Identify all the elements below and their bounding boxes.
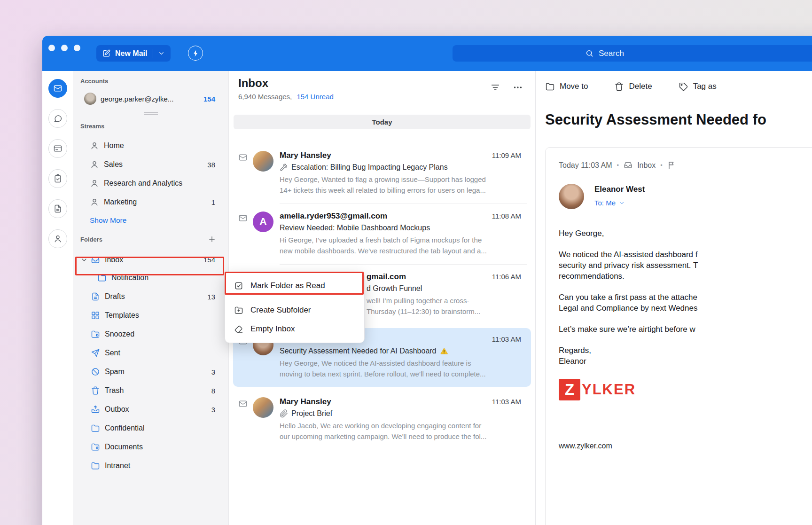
menu-item-empty-inbox[interactable]: Empty Inbox — [225, 320, 364, 338]
search-bar[interactable]: Search — [453, 45, 812, 62]
inbox-icon — [91, 255, 100, 265]
drafts-icon — [91, 292, 100, 301]
rail-mail-button[interactable] — [48, 79, 67, 98]
unread-envelope-icon[interactable] — [238, 399, 248, 408]
quick-actions-button[interactable] — [188, 46, 203, 61]
spam-icon — [91, 367, 100, 376]
folder-label: Documents — [105, 443, 215, 451]
more-options-icon[interactable] — [513, 82, 523, 93]
rail-chat-button[interactable] — [48, 109, 67, 128]
show-more-link[interactable]: Show More — [73, 212, 228, 229]
notes-icon — [53, 204, 62, 213]
zoom-window-button[interactable] — [74, 45, 80, 51]
folder-item-trash[interactable]: Trash 8 — [73, 381, 228, 400]
folder-item-sent[interactable]: Sent — [73, 344, 228, 362]
flag-icon[interactable] — [667, 161, 676, 170]
website-link[interactable]: www.zylker.com — [559, 442, 812, 450]
account-avatar — [84, 93, 96, 105]
minimize-window-button[interactable] — [61, 45, 68, 51]
streams-icon — [53, 144, 62, 153]
folder-label: Templates — [105, 311, 215, 320]
button-divider — [153, 49, 153, 58]
menu-item-label: Mark Folder as Read — [250, 281, 325, 290]
new-mail-button[interactable]: New Mail — [96, 45, 171, 62]
folder-icon — [545, 82, 555, 92]
folder-icon — [97, 273, 107, 282]
message-content: Mary Hansley 11:09 AM Escalation: Billin… — [280, 151, 521, 196]
streams-section-label: Streams — [80, 123, 228, 130]
list-tools — [490, 82, 523, 93]
message-time: 11:09 AM — [492, 151, 521, 159]
sidebar-drag-handle[interactable] — [144, 112, 158, 115]
unread-envelope-icon[interactable] — [238, 213, 248, 223]
message-row[interactable]: Mary Hansley 11:09 AM Escalation: Billin… — [229, 143, 535, 204]
rail-tasks-button[interactable] — [48, 169, 67, 188]
folder-label: Trash — [105, 386, 211, 395]
message-preview: Hi George, I’ve uploaded a fresh batch o… — [280, 235, 521, 256]
menu-item-create-subfolder[interactable]: Create Subfolder — [225, 301, 364, 320]
delete-button[interactable]: Delete — [614, 82, 652, 92]
templates-icon — [91, 311, 100, 320]
email-card: Today 11:03 AM • Inbox • Eleanor West To… — [545, 147, 812, 525]
stream-item-sales[interactable]: Sales 38 — [73, 155, 228, 174]
rail-notes-button[interactable] — [48, 199, 67, 218]
rail-streams-button[interactable] — [48, 139, 67, 158]
message-subject: Project Brief — [280, 409, 521, 418]
mail-icon — [53, 84, 62, 93]
folders-section-label: Folders — [80, 236, 208, 243]
tag-as-label: Tag as — [693, 82, 717, 91]
tasks-icon — [53, 174, 62, 183]
folder-item-documents[interactable]: Documents — [73, 438, 228, 456]
stream-count: 38 — [207, 161, 215, 169]
chat-icon — [53, 114, 62, 123]
filter-icon[interactable] — [490, 82, 500, 93]
folder-item-snoozed[interactable]: Snoozed — [73, 325, 228, 344]
folder-label: Drafts — [105, 292, 207, 301]
stream-item-research-and-analytics[interactable]: Research and Analytics — [73, 174, 228, 193]
stream-count: 1 — [211, 198, 215, 206]
chevron-down-icon[interactable] — [158, 50, 165, 57]
folder-item-confidential[interactable]: Confidential — [73, 419, 228, 438]
account-row[interactable]: george.parker@zylke... 154 — [73, 90, 228, 107]
unread-count[interactable]: 154 Unread — [297, 93, 333, 101]
mark-read-icon — [234, 281, 243, 290]
email-date: Today 11:03 AM — [559, 161, 612, 170]
search-inner: Search — [585, 45, 624, 62]
email-subject: Security Assessment Needed fo — [545, 111, 812, 128]
message-row[interactable]: A amelia.ryder953@gmail.com 11:08 AM Rev… — [229, 204, 535, 265]
stream-item-marketing[interactable]: Marketing 1 — [73, 193, 228, 212]
folder-item-notification[interactable]: Notification — [73, 268, 228, 287]
folder-item-intranet[interactable]: Intranet — [73, 456, 228, 475]
message-row[interactable]: Mary Hansley 11:03 AM Project Brief Hell… — [229, 390, 535, 450]
folder-item-spam[interactable]: Spam 3 — [73, 362, 228, 381]
menu-item-label: Empty Inbox — [250, 324, 295, 334]
folder-item-outbox[interactable]: Outbox 3 — [73, 400, 228, 419]
stream-item-home[interactable]: Home — [73, 136, 228, 155]
trash-icon — [614, 82, 624, 92]
chevron-down-icon[interactable] — [80, 256, 91, 264]
rail-contacts-button[interactable] — [48, 229, 67, 248]
search-icon — [585, 49, 594, 58]
message-subject: Escalation: Billing Bug Impacting Legacy… — [280, 163, 521, 172]
folder-count: 13 — [207, 293, 215, 301]
close-window-button[interactable] — [48, 45, 55, 51]
add-folder-button[interactable] — [208, 235, 216, 243]
folder-count: 8 — [211, 387, 215, 395]
outbox-icon — [91, 405, 100, 414]
to-recipients[interactable]: To: Me — [594, 199, 645, 207]
move-to-button[interactable]: Move to — [545, 82, 588, 92]
avatar: A — [253, 212, 273, 232]
reading-toolbar: Move to Delete Tag as — [545, 80, 812, 93]
meta-separator: • — [660, 162, 663, 169]
tag-as-button[interactable]: Tag as — [679, 82, 717, 92]
unread-envelope-icon[interactable] — [238, 153, 248, 162]
folder-item-inbox[interactable]: Inbox 154 — [73, 251, 228, 268]
message-sender: amelia.ryder953@gmail.com — [280, 212, 487, 221]
account-unread-count: 154 — [203, 95, 215, 103]
avatar — [253, 397, 273, 418]
folder-item-drafts[interactable]: Drafts 13 — [73, 287, 228, 306]
stream-label: Marketing — [104, 198, 211, 206]
menu-item-mark-folder-as-read[interactable]: Mark Folder as Read — [225, 276, 364, 295]
new-mail-label: New Mail — [115, 49, 147, 58]
folder-item-templates[interactable]: Templates — [73, 306, 228, 325]
